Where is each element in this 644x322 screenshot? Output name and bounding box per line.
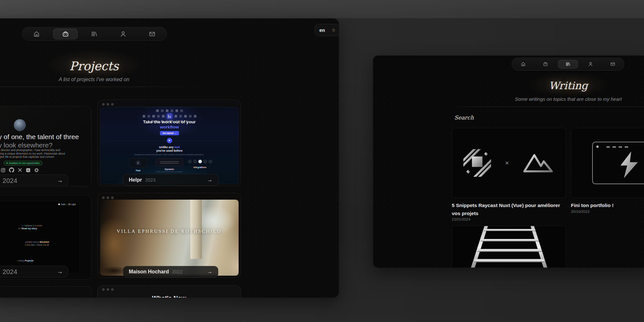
helpr-logo-tile bbox=[167, 113, 172, 119]
about-text-line: o the web. Check out all bbox=[25, 244, 49, 246]
project-name: Maison Hochard bbox=[129, 269, 169, 275]
feature-integrations: Integrations bbox=[181, 158, 219, 168]
browser-window-icon bbox=[592, 142, 644, 184]
intro-body-text: t director and photographer, I fuse tech… bbox=[0, 148, 65, 159]
header-divider bbox=[0, 87, 210, 87]
social-links: in bbox=[1, 167, 39, 173]
nav-item-contact[interactable] bbox=[603, 60, 623, 69]
nav-item-contact[interactable] bbox=[140, 29, 164, 39]
page-title: Writing bbox=[472, 80, 644, 92]
helpr-hero-title: Take the work out of yourworkflow bbox=[100, 119, 238, 130]
lang-option-fr[interactable]: fr bbox=[330, 27, 337, 33]
instagram-icon[interactable] bbox=[1, 168, 5, 173]
raycast-logo-icon bbox=[463, 149, 491, 177]
avatar bbox=[14, 119, 26, 131]
article-date: 22/01/2024 bbox=[452, 217, 470, 221]
briefcase-icon bbox=[62, 31, 69, 37]
home-icon bbox=[521, 62, 526, 67]
project-year: 2023 bbox=[145, 177, 156, 183]
availability-badge: Available for new opportunities bbox=[4, 161, 43, 166]
dark-square-icon bbox=[58, 204, 60, 205]
arrow-right-icon[interactable]: → bbox=[57, 268, 63, 275]
project-year: 2024 bbox=[3, 268, 17, 276]
page-subtitle: Some writings on topics that are close t… bbox=[472, 96, 644, 102]
nav-item-projects[interactable] bbox=[535, 60, 555, 69]
article-title[interactable]: Fini ton portfolio ! bbox=[571, 201, 644, 209]
nav-item-about[interactable] bbox=[581, 60, 601, 69]
nav-item-home[interactable] bbox=[24, 29, 49, 39]
project-year: 2024 bbox=[3, 177, 17, 185]
article-card-raycast-nuxt[interactable]: × bbox=[452, 128, 566, 198]
helpr-caption: Designed to be fast to the last pixel, h… bbox=[100, 154, 238, 156]
page-title: Projects bbox=[46, 59, 142, 73]
arrow-right-icon[interactable]: → bbox=[207, 269, 213, 275]
play-button-icon bbox=[167, 138, 172, 143]
project-year: 2022 bbox=[172, 269, 182, 274]
separator-x: × bbox=[505, 159, 509, 167]
writing-main-nav bbox=[512, 58, 624, 71]
svg-text:in: in bbox=[27, 169, 29, 171]
project-card-whats-new[interactable]: What's New bbox=[97, 285, 241, 298]
whats-new-title: What's New bbox=[98, 295, 241, 298]
briefcase-icon bbox=[543, 62, 548, 67]
window-dots-icon bbox=[102, 196, 114, 199]
nav-item-home[interactable] bbox=[513, 60, 533, 69]
about-text-line: r (Vue) Projects bbox=[17, 260, 33, 262]
nav-item-writing[interactable] bbox=[82, 29, 107, 39]
library-icon bbox=[565, 62, 571, 67]
ladder-graphic bbox=[452, 226, 566, 268]
arrow-right-icon[interactable]: → bbox=[57, 177, 63, 184]
about-text-line: t. I believe in a more bbox=[22, 224, 42, 227]
nuxt-logo-icon bbox=[523, 153, 554, 173]
intro-headline: y of one, the talent of three y look els… bbox=[0, 133, 79, 149]
theme-toggle: Dark | Light bbox=[58, 203, 76, 205]
header-divider bbox=[449, 107, 644, 107]
lightning-bolt-icon bbox=[620, 151, 639, 180]
project-card-intro[interactable]: y of one, the talent of three y look els… bbox=[0, 106, 91, 186]
site-screenshot bbox=[0, 201, 80, 273]
page-subtitle: A list of projects I've worked on bbox=[30, 77, 158, 82]
light-square-icon bbox=[69, 204, 70, 205]
bolt-icon bbox=[137, 162, 139, 164]
ring-icon[interactable] bbox=[34, 168, 39, 173]
helpr-tagline: Unlike any tool bbox=[100, 146, 238, 149]
window-dots-icon bbox=[102, 103, 114, 106]
writing-window: Writing Some writings on topics that are… bbox=[373, 55, 644, 268]
about-text-line: e? Read my story bbox=[18, 227, 37, 230]
helpr-site-preview: Take the work out of yourworkflow Get st… bbox=[100, 107, 239, 184]
mail-icon bbox=[149, 31, 156, 37]
library-icon bbox=[91, 31, 98, 37]
about-text-line: portant one is Mockline bbox=[25, 241, 49, 243]
search-label: Search bbox=[454, 114, 474, 121]
user-icon bbox=[120, 31, 127, 37]
project-card-partial[interactable] bbox=[0, 286, 91, 298]
lang-option-en[interactable]: en bbox=[317, 27, 327, 33]
window-dashes-icon bbox=[606, 147, 628, 147]
card-footer: Maison Hochard 2022 → bbox=[123, 266, 218, 278]
photo-caption: Villa Ephrussi de Rothschild bbox=[98, 229, 241, 234]
article-card-portfolio[interactable] bbox=[571, 128, 644, 198]
helpr-tagline-2: you've used before bbox=[100, 149, 238, 152]
villa-photo bbox=[100, 200, 239, 276]
project-card-maison-hochard[interactable]: Villa Ephrussi de Rothschild Maison Hoch… bbox=[97, 193, 241, 278]
x-logo-icon[interactable] bbox=[18, 168, 22, 172]
nav-item-writing[interactable] bbox=[558, 60, 578, 69]
linkedin-icon[interactable]: in bbox=[26, 168, 31, 173]
nav-item-about[interactable] bbox=[111, 29, 136, 39]
article-cover: × bbox=[452, 128, 566, 198]
status-dot-icon bbox=[6, 163, 8, 164]
nav-item-projects[interactable] bbox=[53, 29, 78, 39]
project-card-about-site[interactable]: Dark | Light t. I believe in a more e? R… bbox=[0, 195, 91, 279]
github-icon[interactable] bbox=[9, 167, 14, 173]
arrow-right-icon[interactable]: → bbox=[207, 177, 213, 183]
card-footer: 2024 → bbox=[0, 175, 68, 186]
project-card-helpr[interactable]: Take the work out of yourworkflow Get st… bbox=[97, 99, 241, 186]
article-card-ladder[interactable] bbox=[452, 226, 566, 268]
projects-main-nav bbox=[22, 27, 167, 41]
window-dot-icon bbox=[596, 146, 599, 148]
language-switcher: en fr bbox=[315, 24, 339, 36]
get-started-button: Get started → bbox=[160, 131, 179, 135]
user-icon bbox=[588, 62, 593, 67]
window-dots-icon bbox=[102, 288, 114, 291]
article-title[interactable]: 5 Snippets Raycast Nuxt (Vue) pour améli… bbox=[452, 201, 563, 217]
